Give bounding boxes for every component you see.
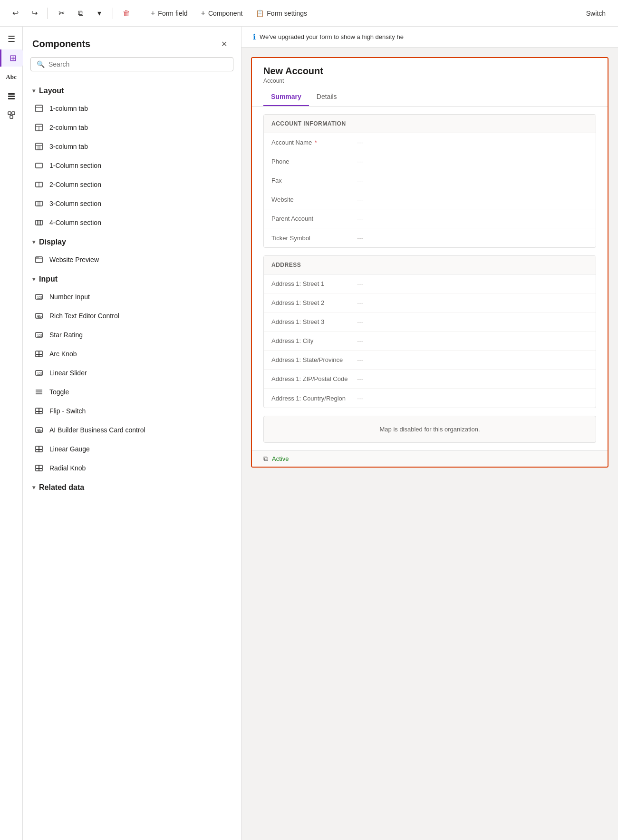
sidebar-header: Components ✕ — [23, 27, 241, 57]
fax-value: --- — [357, 177, 588, 184]
nav-fields-item[interactable]: Abc — [3, 68, 20, 86]
address-title: ADDRESS — [264, 256, 596, 274]
street3-label: Address 1: Street 3 — [271, 318, 357, 325]
1-column-tab-label: 1-column tab — [49, 105, 88, 112]
toolbar: ↩ ↪ ✂ ⧉ ▾ 🗑 + Form field + Component 📋 F… — [0, 0, 618, 27]
nav-menu-item[interactable]: ☰ — [3, 30, 20, 48]
svg-rect-45 — [39, 408, 42, 411]
switch-button[interactable]: Switch — [581, 8, 610, 19]
nav-components-item[interactable]: ⊞ — [0, 49, 23, 67]
form-field-label: Form field — [158, 10, 187, 17]
layout-section-header[interactable]: ▾ Layout — [30, 81, 233, 99]
cut-button[interactable]: ✂ — [54, 6, 69, 21]
svg-text:Abc: Abc — [37, 429, 43, 433]
svg-rect-38 — [39, 354, 42, 357]
zip-value: --- — [357, 375, 588, 382]
input-chevron-icon: ▾ — [32, 276, 35, 283]
list-item[interactable]: 4-Column section — [30, 213, 233, 232]
ai-builder-item[interactable]: Abc AI Builder Business Card control — [30, 420, 233, 440]
nav-layers-item[interactable] — [3, 88, 20, 105]
list-item[interactable]: 123 Number Input — [30, 287, 233, 306]
list-item[interactable]: 2-column tab — [30, 118, 233, 137]
list-item[interactable]: Radial Knob — [30, 459, 233, 478]
search-icon: 🔍 — [37, 60, 45, 68]
layout-chevron-icon: ▾ — [32, 88, 35, 94]
number-input-label: Number Input — [49, 293, 90, 301]
3-column-section-label: 3-Column section — [49, 200, 101, 207]
plus-icon-2: + — [201, 9, 205, 18]
list-item[interactable]: 3-column tab — [30, 137, 233, 156]
list-item[interactable]: Abc Rich Text Editor Control — [30, 306, 233, 325]
list-item[interactable]: 1-Column section — [30, 156, 233, 175]
phone-label: Phone — [271, 158, 357, 165]
svg-rect-18 — [36, 201, 42, 206]
form-title: New Account — [263, 66, 596, 77]
list-item[interactable]: 123 Linear Slider — [30, 363, 233, 382]
arc-knob-label: Arc Knob — [49, 350, 77, 358]
svg-rect-35 — [36, 351, 39, 354]
nav-rail: ☰ ⊞ Abc — [0, 27, 23, 840]
form-header: New Account Account — [252, 58, 608, 88]
street2-value: --- — [357, 299, 588, 306]
website-value: --- — [357, 196, 588, 203]
form-settings-button[interactable]: 📋 Form settings — [251, 8, 312, 19]
4-column-section-icon — [34, 218, 44, 227]
search-container: 🔍 — [23, 57, 241, 77]
related-data-section-header[interactable]: ▾ Related data — [30, 478, 233, 496]
state-label: Address 1: State/Province — [271, 356, 357, 363]
display-section-header[interactable]: ▾ Display — [30, 232, 233, 250]
undo-button[interactable]: ↩ — [8, 6, 23, 21]
list-item[interactable]: Website Preview — [30, 250, 233, 269]
svg-point-27 — [37, 257, 38, 258]
dropdown-button[interactable]: ▾ — [92, 6, 107, 21]
svg-rect-37 — [36, 354, 39, 357]
tab-summary[interactable]: Summary — [263, 88, 309, 106]
redo-button[interactable]: ↪ — [27, 6, 42, 21]
website-label: Website — [271, 196, 357, 203]
arc-knob-icon — [34, 349, 44, 359]
toolbar-divider-1 — [48, 8, 48, 19]
nav-tree-item[interactable] — [3, 107, 20, 124]
ticker-symbol-value: --- — [357, 234, 588, 242]
flip-switch-item[interactable]: Flip - Switch — [30, 401, 233, 420]
svg-rect-44 — [36, 408, 39, 411]
svg-rect-50 — [36, 446, 39, 449]
3-column-tab-icon — [34, 142, 44, 151]
list-item[interactable]: 3-Column section — [30, 194, 233, 213]
svg-rect-53 — [39, 449, 42, 452]
list-item[interactable]: 2-Column section — [30, 175, 233, 194]
3-column-section-icon — [34, 199, 44, 208]
close-button[interactable]: ✕ — [216, 36, 232, 51]
add-component-button[interactable]: + Component — [196, 7, 248, 20]
tab-details[interactable]: Details — [309, 88, 345, 106]
svg-rect-47 — [39, 411, 42, 414]
required-indicator: * — [315, 139, 317, 146]
list-item[interactable]: Toggle — [30, 382, 233, 401]
display-chevron-icon: ▾ — [32, 239, 35, 245]
list-item[interactable]: 123 Star Rating — [30, 325, 233, 344]
list-item[interactable]: 1-column tab — [30, 99, 233, 118]
svg-rect-4 — [12, 112, 15, 115]
list-item[interactable]: Linear Gauge — [30, 440, 233, 459]
radial-knob-label: Radial Knob — [49, 464, 86, 472]
input-section-header[interactable]: ▾ Input — [30, 269, 233, 287]
field-row: Account Name * --- — [264, 133, 596, 152]
svg-text:123: 123 — [37, 334, 43, 337]
list-item[interactable]: Arc Knob — [30, 344, 233, 363]
svg-rect-6 — [36, 105, 42, 112]
copy-button[interactable]: ⧉ — [73, 6, 88, 21]
add-form-field-button[interactable]: + Form field — [146, 7, 193, 20]
field-row: Address 1: ZIP/Postal Code --- — [264, 370, 596, 389]
field-row: Ticker Symbol --- — [264, 228, 596, 247]
star-rating-icon: 123 — [34, 330, 44, 340]
svg-point-28 — [38, 257, 39, 258]
radial-knob-icon — [34, 463, 44, 473]
country-label: Address 1: Country/Region — [271, 395, 357, 402]
delete-button[interactable]: 🗑 — [119, 6, 134, 21]
svg-rect-52 — [36, 449, 39, 452]
svg-text:Abc: Abc — [37, 314, 43, 319]
search-input[interactable] — [48, 60, 227, 68]
content-area: ℹ We've upgraded your form to show a hig… — [241, 27, 618, 840]
field-row: Address 1: Street 3 --- — [264, 313, 596, 332]
number-input-icon: 123 — [34, 292, 44, 302]
